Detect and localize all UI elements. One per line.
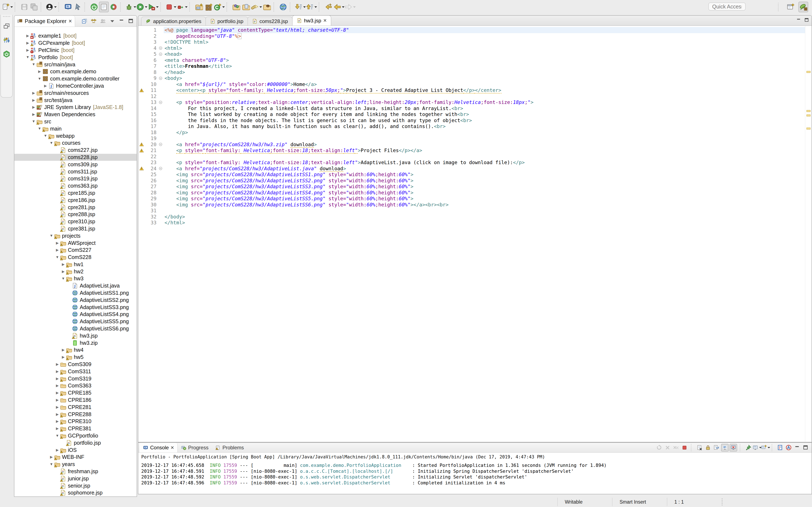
chevron-expanded-icon[interactable]: ▼	[43, 134, 48, 138]
tree-item-cpre310[interactable]: ▶CPRE310	[14, 418, 137, 425]
tree-item-hw5[interactable]: ▶hw5	[14, 354, 137, 361]
code-line-32[interactable]: 32</body>	[138, 214, 805, 220]
terminate-button[interactable]	[681, 444, 688, 451]
tree-item-junior-jsp[interactable]: junior.jsp	[14, 475, 137, 482]
code-line-17[interactable]: 17 in Java. Also, it has many built-in f…	[138, 123, 805, 129]
new-java-project-button[interactable]	[194, 2, 204, 12]
tree-item-com-example-demo-controller[interactable]: ▼com.example.demo.controller	[14, 75, 137, 82]
code-line-8[interactable]: 8</head>	[138, 69, 805, 75]
chevron-expanded-icon[interactable]: ▼	[49, 234, 54, 238]
dropdown-arrow-icon[interactable]	[174, 6, 176, 8]
tree-item-coms319-jsp[interactable]: coms319.jsp	[14, 175, 137, 182]
code-line-15[interactable]: 15 The list worked by creating a node ob…	[138, 111, 805, 117]
tab-package-explorer[interactable]: Package Explorer ×	[14, 16, 75, 26]
tree-item-sophomore-jsp[interactable]: sophomore.jsp	[14, 489, 137, 496]
display-selected-console-button[interactable]	[753, 444, 761, 451]
close-icon[interactable]: ×	[171, 445, 174, 451]
code-editor[interactable]: 1<%@ page language="java" contentType="t…	[138, 26, 805, 442]
chevron-collapsed-icon[interactable]: ▶	[49, 455, 54, 459]
dropdown-arrow-icon[interactable]	[259, 6, 262, 8]
tree-item-adaptivelistss3-png[interactable]: AdaptiveListSS3.png	[14, 303, 137, 311]
chevron-expanded-icon[interactable]: ▼	[31, 119, 36, 124]
tree-item-coms227-jsp[interactable]: coms227.jsp	[14, 147, 137, 154]
editor-tab-application-properties[interactable]: application.properties	[141, 17, 206, 25]
close-icon[interactable]: ×	[323, 18, 327, 23]
chevron-collapsed-icon[interactable]: ▶	[60, 355, 66, 359]
code-line-25[interactable]: 25 <img src="projects/ComS228/hw3/Adapti…	[138, 172, 805, 178]
code-line-24[interactable]: 24 <a href="projects/ComS228/hw3/Adaptiv…	[138, 166, 805, 172]
tree-item-src[interactable]: ▼src	[14, 118, 137, 125]
tree-item-coms309-jsp[interactable]: coms309.jsp	[14, 161, 137, 168]
tree-item-coms227[interactable]: ▶ComS227	[14, 246, 137, 254]
tree-item-adaptivelistss2-png[interactable]: AdaptiveListSS2.png	[14, 296, 137, 303]
tree-item-senior-jsp[interactable]: senior.jsp	[14, 482, 137, 489]
code-line-13[interactable]: 13 <p style="position:relative;text-alig…	[138, 99, 805, 105]
dropdown-arrow-icon[interactable]	[222, 6, 225, 8]
tree-item-src-main-java[interactable]: ▼src/main/java	[14, 61, 137, 68]
tree-item-petclinic[interactable]: ▶MSPetClinic[boot]	[14, 47, 137, 54]
tree-item-webapp[interactable]: ▼webapp	[14, 132, 137, 139]
tree-item-adaptivelistss4-png[interactable]: AdaptiveListSS4.png	[14, 311, 137, 318]
editor-minimize-button[interactable]	[796, 17, 801, 23]
code-line-22[interactable]: 22	[138, 154, 805, 160]
ruler-warning-mark[interactable]	[807, 71, 811, 73]
tree-item-cpre381-jsp[interactable]: cpre381.jsp	[14, 225, 137, 232]
filters-button[interactable]	[2, 36, 11, 45]
chevron-expanded-icon[interactable]: ▼	[49, 141, 54, 145]
code-line-7[interactable]: 7<title>Freshman</title>	[138, 63, 805, 69]
code-line-14[interactable]: 14 For this project, I created a linked-…	[138, 105, 805, 112]
user-account-button[interactable]	[45, 2, 57, 12]
tree-item-adaptivelistss5-png[interactable]: AdaptiveListSS5.png	[14, 318, 137, 325]
code-line-30[interactable]: 30 <img src="projects/ComS228/hw3/Adapti…	[138, 202, 805, 208]
tree-item-cpre185[interactable]: ▶CPRE185	[14, 389, 137, 397]
tree-item-src-test-java[interactable]: ▶src/test/java	[14, 97, 137, 104]
code-line-16[interactable]: 16 the fields in the node objects. The l…	[138, 117, 805, 124]
fold-collapse-icon[interactable]	[157, 143, 164, 146]
fold-collapse-icon[interactable]	[157, 76, 164, 80]
open-task-button[interactable]	[241, 2, 251, 12]
open-resource-button[interactable]	[262, 2, 272, 12]
clear-console-button[interactable]	[696, 444, 703, 451]
overview-ruler[interactable]	[805, 26, 812, 442]
quick-access-input[interactable]	[708, 3, 746, 11]
show-console-stdout-button[interactable]	[721, 444, 729, 451]
tree-item-coms311[interactable]: ▶ComS311	[14, 368, 137, 375]
tree-item-adaptivelistss1-png[interactable]: AdaptiveListSS1.png	[14, 289, 137, 297]
tree-item-hw3[interactable]: ▼hw3	[14, 275, 137, 282]
chevron-expanded-icon[interactable]: ▼	[37, 77, 42, 81]
pointer-button[interactable]	[73, 2, 83, 12]
editor-tab-hw3-jsp[interactable]: hw3.jsp×	[292, 15, 331, 25]
code-line-9[interactable]: 9<body>	[138, 75, 805, 81]
chevron-expanded-icon[interactable]: ▼	[55, 434, 60, 438]
chevron-collapsed-icon[interactable]: ▶	[55, 377, 60, 381]
chevron-collapsed-icon[interactable]: ▶	[55, 383, 60, 388]
boot-start-button[interactable]	[89, 2, 99, 12]
tree-item-hw2[interactable]: ▶hw2	[14, 268, 137, 275]
tree-item-years[interactable]: ▼years	[14, 461, 137, 468]
chevron-collapsed-icon[interactable]: ▶	[31, 91, 36, 95]
tree-item-portfolio[interactable]: ▼MSPortfolio[boot]	[14, 54, 137, 61]
new-console-view-button[interactable]	[776, 444, 784, 451]
ruler-warning-mark[interactable]	[807, 110, 811, 112]
chevron-expanded-icon[interactable]: ▼	[37, 126, 42, 131]
scroll-lock-button[interactable]	[704, 444, 712, 451]
code-line-31[interactable]: 31	[138, 208, 805, 214]
tree-item-main[interactable]: ▼main	[14, 125, 137, 132]
code-line-3[interactable]: 3<!DOCTYPE html>	[138, 39, 805, 45]
minimize-button[interactable]	[794, 444, 801, 451]
chevron-collapsed-icon[interactable]: ▶	[55, 426, 60, 431]
collapse-all-button[interactable]	[80, 17, 88, 25]
tree-item-portfolio-jsp[interactable]: portfolio.jsp	[14, 439, 137, 446]
code-line-21[interactable]: 21 <p style="font-family: Helvetica;font…	[138, 148, 805, 154]
tree-item-gcpportfolio[interactable]: ▼GCPportfolio	[14, 432, 137, 439]
ansi-console-button[interactable]	[785, 444, 793, 451]
view-menu-button[interactable]	[108, 17, 116, 25]
chevron-expanded-icon[interactable]: ▼	[49, 462, 54, 466]
fold-collapse-icon[interactable]	[157, 46, 164, 50]
tree-item-cpre186[interactable]: ▶CPRE186	[14, 397, 137, 404]
code-line-6[interactable]: 6<meta charset="UTF-8">	[138, 57, 805, 63]
code-line-19[interactable]: 19	[138, 135, 805, 142]
prev-annotation-button[interactable]	[306, 2, 317, 12]
drag-handle[interactable]	[3, 16, 10, 17]
console-log[interactable]: 2019-12-17 16:47:45.658 INFO 17559 --- […	[138, 459, 812, 486]
